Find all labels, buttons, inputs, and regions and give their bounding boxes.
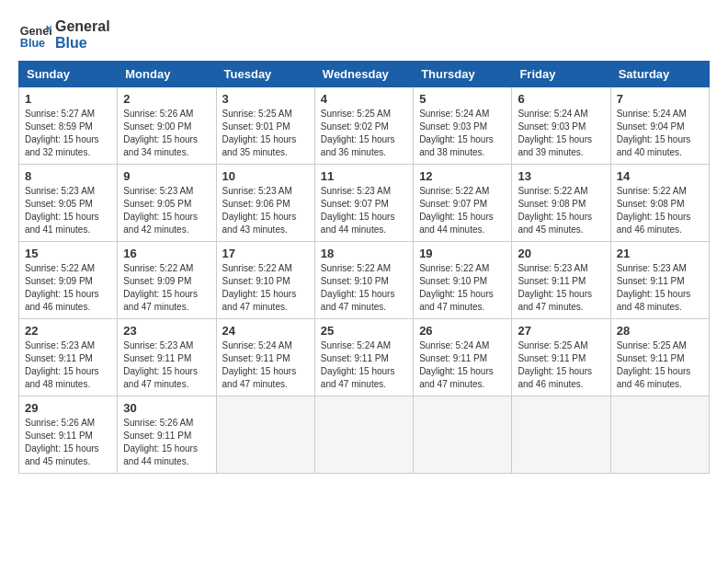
day-number: 2	[123, 92, 210, 106]
calendar-cell: 2 Sunrise: 5:26 AMSunset: 9:00 PMDayligh…	[118, 87, 216, 165]
day-info: Sunrise: 5:22 AMSunset: 9:09 PMDaylight:…	[123, 262, 210, 314]
day-info: Sunrise: 5:24 AMSunset: 9:03 PMDaylight:…	[419, 108, 506, 159]
logo: General Blue General Blue	[18, 18, 110, 52]
day-number: 16	[123, 247, 210, 260]
day-number: 11	[321, 169, 407, 183]
column-header-saturday: Saturday	[610, 62, 709, 87]
calendar-cell: 20 Sunrise: 5:23 AMSunset: 9:11 PMDaylig…	[512, 242, 610, 319]
day-info: Sunrise: 5:27 AMSunset: 8:59 PMDaylight:…	[25, 108, 111, 159]
column-header-tuesday: Tuesday	[216, 62, 314, 87]
day-info: Sunrise: 5:22 AMSunset: 9:10 PMDaylight:…	[222, 262, 309, 314]
calendar-cell: 27 Sunrise: 5:25 AMSunset: 9:11 PMDaylig…	[512, 319, 610, 396]
day-info: Sunrise: 5:25 AMSunset: 9:11 PMDaylight:…	[518, 339, 604, 391]
day-number: 9	[123, 169, 210, 183]
calendar-cell: 24 Sunrise: 5:24 AMSunset: 9:11 PMDaylig…	[216, 319, 314, 396]
day-number: 14	[617, 169, 703, 183]
calendar-cell: 8 Sunrise: 5:23 AMSunset: 9:05 PMDayligh…	[19, 165, 118, 242]
calendar-week-3: 15 Sunrise: 5:22 AMSunset: 9:09 PMDaylig…	[19, 242, 710, 319]
calendar-cell: 21 Sunrise: 5:23 AMSunset: 9:11 PMDaylig…	[610, 242, 709, 319]
day-number: 30	[123, 401, 210, 415]
day-info: Sunrise: 5:26 AMSunset: 9:11 PMDaylight:…	[123, 417, 210, 468]
calendar-cell: 30 Sunrise: 5:26 AMSunset: 9:11 PMDaylig…	[118, 396, 216, 474]
calendar-week-2: 8 Sunrise: 5:23 AMSunset: 9:05 PMDayligh…	[19, 165, 710, 242]
day-info: Sunrise: 5:23 AMSunset: 9:05 PMDaylight:…	[25, 185, 111, 236]
calendar-cell: 6 Sunrise: 5:24 AMSunset: 9:03 PMDayligh…	[512, 87, 610, 165]
calendar-cell	[314, 396, 413, 474]
calendar-cell: 29 Sunrise: 5:26 AMSunset: 9:11 PMDaylig…	[19, 396, 118, 474]
calendar-cell: 26 Sunrise: 5:24 AMSunset: 9:11 PMDaylig…	[414, 319, 512, 396]
calendar-cell: 25 Sunrise: 5:24 AMSunset: 9:11 PMDaylig…	[314, 319, 413, 396]
day-info: Sunrise: 5:26 AMSunset: 9:00 PMDaylight:…	[123, 108, 210, 159]
day-info: Sunrise: 5:22 AMSunset: 9:08 PMDaylight:…	[518, 185, 604, 236]
day-number: 13	[518, 169, 604, 183]
calendar-cell	[216, 396, 314, 474]
day-number: 10	[222, 169, 309, 183]
logo-text-line2: Blue	[55, 35, 110, 52]
day-number: 1	[25, 92, 111, 106]
day-number: 19	[419, 247, 506, 260]
day-number: 24	[222, 324, 309, 338]
calendar-cell: 15 Sunrise: 5:22 AMSunset: 9:09 PMDaylig…	[19, 242, 118, 319]
day-number: 23	[123, 324, 210, 338]
day-info: Sunrise: 5:26 AMSunset: 9:11 PMDaylight:…	[25, 417, 111, 468]
calendar-cell	[414, 396, 512, 474]
day-info: Sunrise: 5:23 AMSunset: 9:05 PMDaylight:…	[123, 185, 210, 236]
calendar-week-4: 22 Sunrise: 5:23 AMSunset: 9:11 PMDaylig…	[19, 319, 710, 396]
day-info: Sunrise: 5:22 AMSunset: 9:07 PMDaylight:…	[419, 185, 506, 236]
day-number: 28	[617, 324, 703, 338]
calendar-cell: 14 Sunrise: 5:22 AMSunset: 9:08 PMDaylig…	[610, 165, 709, 242]
day-number: 29	[25, 401, 111, 415]
day-number: 20	[518, 247, 604, 260]
page-header: General Blue General Blue	[18, 18, 710, 52]
day-number: 27	[518, 324, 604, 338]
day-info: Sunrise: 5:25 AMSunset: 9:01 PMDaylight:…	[222, 108, 309, 159]
day-info: Sunrise: 5:23 AMSunset: 9:11 PMDaylight:…	[25, 339, 111, 391]
day-info: Sunrise: 5:24 AMSunset: 9:03 PMDaylight:…	[518, 108, 604, 159]
calendar-cell: 16 Sunrise: 5:22 AMSunset: 9:09 PMDaylig…	[118, 242, 216, 319]
day-info: Sunrise: 5:23 AMSunset: 9:11 PMDaylight:…	[518, 262, 604, 314]
day-number: 12	[419, 169, 506, 183]
day-number: 22	[25, 324, 111, 338]
calendar-cell	[512, 396, 610, 474]
calendar-cell: 7 Sunrise: 5:24 AMSunset: 9:04 PMDayligh…	[610, 87, 709, 165]
logo-text-line1: General	[55, 18, 110, 35]
calendar-cell	[610, 396, 709, 474]
day-info: Sunrise: 5:23 AMSunset: 9:07 PMDaylight:…	[321, 185, 407, 236]
column-header-friday: Friday	[512, 62, 610, 87]
day-info: Sunrise: 5:23 AMSunset: 9:06 PMDaylight:…	[222, 185, 309, 236]
day-number: 4	[321, 92, 407, 106]
calendar-cell: 1 Sunrise: 5:27 AMSunset: 8:59 PMDayligh…	[19, 87, 118, 165]
column-header-thursday: Thursday	[414, 62, 512, 87]
calendar-cell: 5 Sunrise: 5:24 AMSunset: 9:03 PMDayligh…	[414, 87, 512, 165]
day-info: Sunrise: 5:22 AMSunset: 9:10 PMDaylight:…	[321, 262, 407, 314]
calendar-cell: 17 Sunrise: 5:22 AMSunset: 9:10 PMDaylig…	[216, 242, 314, 319]
svg-text:Blue: Blue	[20, 37, 45, 50]
column-header-wednesday: Wednesday	[314, 62, 413, 87]
day-info: Sunrise: 5:23 AMSunset: 9:11 PMDaylight:…	[617, 262, 703, 314]
day-number: 17	[222, 247, 309, 260]
day-number: 7	[617, 92, 703, 106]
day-info: Sunrise: 5:22 AMSunset: 9:09 PMDaylight:…	[25, 262, 111, 314]
calendar-cell: 18 Sunrise: 5:22 AMSunset: 9:10 PMDaylig…	[314, 242, 413, 319]
day-number: 26	[419, 324, 506, 338]
calendar-cell: 9 Sunrise: 5:23 AMSunset: 9:05 PMDayligh…	[118, 165, 216, 242]
calendar-table: SundayMondayTuesdayWednesdayThursdayFrid…	[18, 61, 710, 474]
calendar-cell: 12 Sunrise: 5:22 AMSunset: 9:07 PMDaylig…	[414, 165, 512, 242]
calendar-cell: 10 Sunrise: 5:23 AMSunset: 9:06 PMDaylig…	[216, 165, 314, 242]
calendar-cell: 3 Sunrise: 5:25 AMSunset: 9:01 PMDayligh…	[216, 87, 314, 165]
day-number: 3	[222, 92, 309, 106]
calendar-cell: 11 Sunrise: 5:23 AMSunset: 9:07 PMDaylig…	[314, 165, 413, 242]
day-number: 21	[617, 247, 703, 260]
day-info: Sunrise: 5:25 AMSunset: 9:11 PMDaylight:…	[617, 339, 703, 391]
calendar-cell: 28 Sunrise: 5:25 AMSunset: 9:11 PMDaylig…	[610, 319, 709, 396]
day-number: 6	[518, 92, 604, 106]
calendar-cell: 23 Sunrise: 5:23 AMSunset: 9:11 PMDaylig…	[118, 319, 216, 396]
calendar-cell: 22 Sunrise: 5:23 AMSunset: 9:11 PMDaylig…	[19, 319, 118, 396]
column-header-monday: Monday	[118, 62, 216, 87]
calendar-cell: 4 Sunrise: 5:25 AMSunset: 9:02 PMDayligh…	[314, 87, 413, 165]
calendar-week-1: 1 Sunrise: 5:27 AMSunset: 8:59 PMDayligh…	[19, 87, 710, 165]
day-info: Sunrise: 5:22 AMSunset: 9:10 PMDaylight:…	[419, 262, 506, 314]
day-number: 8	[25, 169, 111, 183]
day-number: 18	[321, 247, 407, 260]
day-info: Sunrise: 5:25 AMSunset: 9:02 PMDaylight:…	[321, 108, 407, 159]
